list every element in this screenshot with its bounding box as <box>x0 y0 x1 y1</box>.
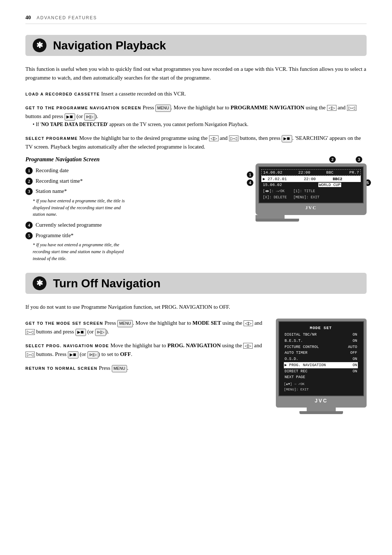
step2-block: GET TO THE PROGRAMME NAVIGATION SCREEN P… <box>25 103 367 129</box>
tv-row-2: ▶ 27.02.01 22:00 BBC2 <box>261 176 361 182</box>
step-return-label: RETURN TO NORMAL SCREEN <box>25 366 98 370</box>
mode-footer-1: [▲▼] → ✓OK <box>284 382 358 386</box>
step2-label: GET TO THE PROGRAMME NAVIGATION SCREEN <box>25 106 141 110</box>
callout-1: 1 <box>247 171 253 178</box>
mode-row-4: AUTO TIMEROFF <box>284 350 358 356</box>
mode-row-1: DIGITAL TBC/NRON <box>284 332 358 338</box>
step3-label: SELECT PROGRAMME <box>25 136 78 141</box>
mode-footer-2: [MENU]: EXIT <box>284 388 358 392</box>
step-select-label: SELECT PROG. NAVIGATION MODE <box>25 344 109 348</box>
nav-screen-right: 2 3 1 4 5 14.06.02 22:00 BBC PR.7 <box>250 156 367 262</box>
section1-title: Navigation Playback <box>53 39 166 52</box>
page-number: 40 <box>25 15 31 21</box>
mode-set-table: MODE SET DIGITAL TBC/NRON B.E.S.T.ON PIC… <box>281 324 361 394</box>
nav-item-2: 2 Recording start time* <box>25 177 240 185</box>
tv-screen-2: MODE SET DIGITAL TBC/NRON B.E.S.T.ON PIC… <box>278 321 364 396</box>
step-select-prog: SELECT PROG. NAVIGATION MODE Move the hi… <box>25 341 265 358</box>
section2-intro: If you do not want to use Programme Navi… <box>25 303 367 311</box>
mode-row-3: PICTURE CONTROLAUTO <box>284 344 358 350</box>
nav-screen-section: Programme Navigation Screen 1 Recording … <box>25 156 367 262</box>
step-return: RETURN TO NORMAL SCREEN Press MENU. <box>25 364 265 372</box>
step2-bullet: • If 'NO TAPE DATA DETECTED' appears on … <box>33 121 367 129</box>
mode-set-title: MODE SET <box>284 326 358 330</box>
nav-screen-left: Programme Navigation Screen 1 Recording … <box>25 156 240 262</box>
nav-item-4: 4 Currently selected programme <box>25 221 240 229</box>
section1-intro: This function is useful when you wish to… <box>25 65 367 82</box>
tv-stand-2 <box>307 408 336 411</box>
section2-left: GET TO THE MODE SET SCREEN Press MENU. M… <box>25 319 265 414</box>
mode-row-prog-nav: ▶ PROG. NAVIGATIONON <box>284 362 358 368</box>
section2-right: MODE SET DIGITAL TBC/NRON B.E.S.T.ON PIC… <box>276 319 367 414</box>
tv-footer-1: [◄►]: →✓OK [1]: TITLE <box>261 188 361 194</box>
tv-screen-1: 14.06.02 22:00 BBC PR.7 ▶ 27.02.01 22:00… <box>258 166 364 203</box>
step-mode-label: GET TO THE MODE SET SCREEN <box>25 321 103 325</box>
tv-base-2 <box>299 411 343 414</box>
nav-item-5: 5 Programme title* <box>25 231 240 240</box>
callout-2: 2 <box>329 156 336 163</box>
step1-label: LOAD A RECORDED CASSETTE <box>25 92 100 96</box>
mode-row-direct: DIRECT RECON <box>284 368 358 374</box>
tv-stand-1 <box>256 215 285 219</box>
tv-outer-2: MODE SET DIGITAL TBC/NRON B.E.S.T.ON PIC… <box>276 319 367 408</box>
section-label: ADVANCED FEATURES <box>37 15 97 20</box>
callout-3: 3 <box>356 156 362 163</box>
tv-row-1: 14.06.02 22:00 BBC PR.7 <box>261 169 361 176</box>
step1-text: Insert a cassette recorded on this VCR. <box>101 91 186 97</box>
section2-title: Turn Off Navigation <box>53 277 160 290</box>
tv-brand-1: JVC <box>258 203 364 212</box>
step-return-text: Press MENU. <box>99 365 128 371</box>
mode-row-2: B.E.S.T.ON <box>284 338 358 344</box>
page-header: 40 ADVANCED FEATURES <box>25 15 367 24</box>
callout-4: 4 <box>247 179 253 186</box>
section1-icon: ✱ <box>33 39 46 52</box>
step3-block: SELECT PROGRAMME Move the highlight bar … <box>25 134 367 151</box>
section2-content: GET TO THE MODE SET SCREEN Press MENU. M… <box>25 319 367 414</box>
section1-header: ✱ Navigation Playback <box>25 35 367 56</box>
nav-item-3: 3 Station name* <box>25 187 240 195</box>
tv-base-1 <box>256 219 299 222</box>
section2-icon: ✱ <box>33 276 46 290</box>
nav-screen-title: Programme Navigation Screen <box>25 156 240 163</box>
step1-block: LOAD A RECORDED CASSETTE Insert a casset… <box>25 89 367 98</box>
nav-note-3: * If you have entered a programme title,… <box>33 198 240 218</box>
tv-footer-2: [X]: DELETE [MENU]: EXIT <box>261 194 361 200</box>
tv-row-3: 15.06.02 WORLD CUP <box>261 182 361 188</box>
mode-row-next: NEXT PAGE <box>284 374 358 380</box>
tv-brand-2: JVC <box>278 396 364 405</box>
nav-item-1: 1 Recording date <box>25 166 240 175</box>
step-mode-set: GET TO THE MODE SET SCREEN Press MENU. M… <box>25 319 265 336</box>
tv-outer-1: 14.06.02 22:00 BBC PR.7 ▶ 27.02.01 22:00… <box>256 163 367 215</box>
mode-row-5: O.S.D.ON <box>284 356 358 362</box>
section2-header: ✱ Turn Off Navigation <box>25 273 367 294</box>
nav-note-5: * If you have not entered a programme ti… <box>33 242 240 262</box>
